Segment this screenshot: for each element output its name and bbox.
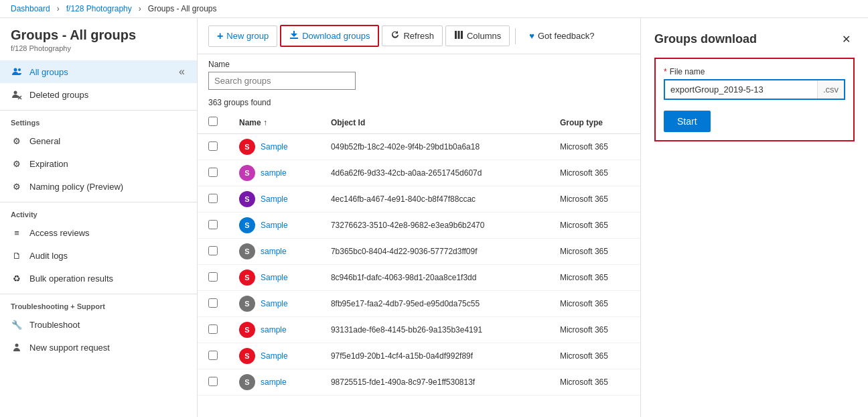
file-name-row: .csv [664,79,845,100]
people-delete-icon [11,88,23,101]
row-checkbox[interactable] [208,272,218,282]
group-avatar: S [239,348,255,364]
row-name-cell: S Sample [228,213,320,239]
file-name-input[interactable] [665,80,817,99]
row-checkbox[interactable] [208,246,218,255]
sidebar-item-all-groups[interactable]: All groups « [0,60,197,83]
group-avatar: S [239,322,255,338]
select-all-checkbox[interactable] [208,117,218,126]
table-body: S Sample 049b52fb-18c2-402e-9f4b-29bd1b0… [198,134,640,396]
row-checkbox[interactable] [208,220,218,229]
sidebar-item-audit-logs[interactable]: 🗋 Audit logs [0,244,197,267]
row-group-type: Microsoft 365 [549,343,640,369]
group-avatar: S [239,139,255,155]
breadcrumb-dashboard[interactable]: Dashboard [11,4,50,13]
columns-icon [454,30,463,42]
breadcrumb-sep-2: › [139,4,141,13]
sidebar-item-bulk-operation[interactable]: ♻ Bulk operation results [0,267,197,290]
sidebar-item-naming-policy[interactable]: ⚙ Naming policy (Preview) [0,175,197,198]
row-name-cell: S sample [228,369,320,396]
sidebar-item-expiration[interactable]: ⚙ Expiration [0,152,197,175]
group-name-link[interactable]: Sample [261,299,288,308]
group-avatar: S [239,165,255,181]
row-checkbox-cell [198,186,228,213]
row-object-id: 049b52fb-18c2-402e-9f4b-29bd1b0a6a18 [320,134,549,160]
breadcrumb-sep-1: › [57,4,60,13]
document-icon: 🗋 [11,249,23,261]
file-name-label: * File name [664,67,845,76]
required-indicator: * [664,67,667,76]
filter-name-label: Name [208,60,630,69]
group-avatar: S [239,243,255,259]
group-name-link[interactable]: sample [261,325,287,335]
row-checkbox[interactable] [208,324,218,334]
group-name-link[interactable]: sample [261,247,287,256]
groups-table: Name ↑ Object Id Group type S [198,111,640,396]
table-row: S Sample 8c946b1f-dafc-4063-98d1-20aa8ce… [198,265,640,291]
download-groups-button[interactable]: Download groups [280,25,379,47]
row-object-id: 4ec146fb-a467-4e91-840c-b8f47f88ccac [320,186,549,213]
sidebar-item-general[interactable]: ⚙ General [0,129,197,152]
row-checkbox[interactable] [208,377,218,386]
heart-icon: ♥ [529,31,534,41]
close-panel-button[interactable]: ✕ [838,32,855,47]
group-name-link[interactable]: Sample [261,142,288,152]
row-name-cell: S Sample [228,186,320,213]
refresh-button[interactable]: Refresh [382,25,443,46]
columns-button[interactable]: Columns [445,25,510,46]
collapse-icon[interactable]: « [177,66,186,78]
row-object-id: 98725515-fde1-490a-8c97-9e1ff530813f [320,369,549,396]
row-name-cell: S Sample [228,291,320,317]
panel-title: Groups download [654,32,757,46]
table-row: S sample 93131ade-f6e8-4145-bb26-9a135b3… [198,317,640,343]
row-checkbox[interactable] [208,141,218,151]
group-name-link[interactable]: Sample [261,221,288,230]
sidebar-item-audit-label: Audit logs [29,251,68,261]
recycle-icon: ♻ [11,272,23,284]
row-checkbox-cell [198,134,228,160]
feedback-button[interactable]: ♥ Got feedback? [521,27,602,45]
row-checkbox-cell [198,369,228,396]
group-name-link[interactable]: Sample [261,351,288,361]
table-row: S Sample 97f5e1d9-20b1-4cf4-a15b-0a4df99… [198,343,640,369]
sidebar-item-all-groups-label: All groups [29,67,68,77]
sidebar-nav: All groups « Deleted groups Settings ⚙ G… [0,60,197,359]
group-avatar: S [239,374,255,390]
svg-rect-9 [461,31,463,39]
row-object-id: 8fb95e17-faa2-4db7-95ed-e95d0da75c55 [320,291,549,317]
col-object-id: Object Id [320,111,549,134]
sidebar-item-new-support[interactable]: New support request [0,336,197,359]
file-extension: .csv [817,80,844,99]
group-name-link[interactable]: sample [261,168,287,178]
svg-point-5 [15,344,19,347]
group-name-link[interactable]: Sample [261,273,288,282]
row-checkbox-cell [198,317,228,343]
breadcrumb-photography[interactable]: f/128 Photography [66,4,132,13]
row-checkbox[interactable] [208,168,218,177]
row-name-cell: S sample [228,160,320,186]
svg-rect-6 [290,38,298,39]
group-avatar: S [239,270,255,286]
group-name-link[interactable]: Sample [261,194,288,204]
col-name[interactable]: Name ↑ [228,111,320,134]
search-input[interactable] [208,72,356,90]
panel-header: Groups download ✕ [654,32,855,47]
new-group-button[interactable]: + New group [208,25,277,47]
page-title: Groups - All groups [11,27,186,43]
table-row: S Sample 8fb95e17-faa2-4db7-95ed-e95d0da… [198,291,640,317]
sidebar-item-troubleshoot[interactable]: 🔧 Troubleshoot [0,313,197,336]
sidebar-item-access-reviews[interactable]: ≡ Access reviews [0,221,197,244]
group-name-link[interactable]: sample [261,377,287,387]
row-checkbox[interactable] [208,298,218,308]
row-group-type: Microsoft 365 [549,291,640,317]
row-checkbox[interactable] [208,194,218,203]
sidebar-item-deleted-groups[interactable]: Deleted groups [0,83,197,106]
row-checkbox[interactable] [208,351,218,360]
table-row: S sample 4d6a62f6-9d33-42cb-a0aa-2651745… [198,160,640,186]
start-button[interactable]: Start [664,111,711,132]
sidebar-item-deleted-groups-label: Deleted groups [29,90,88,100]
row-object-id: 73276623-3510-42e8-9682-e3ea9b6b2470 [320,213,549,239]
sidebar-item-access-label: Access reviews [29,228,90,238]
row-name-cell: S Sample [228,134,320,160]
sidebar-item-naming-label: Naming policy (Preview) [29,182,123,192]
